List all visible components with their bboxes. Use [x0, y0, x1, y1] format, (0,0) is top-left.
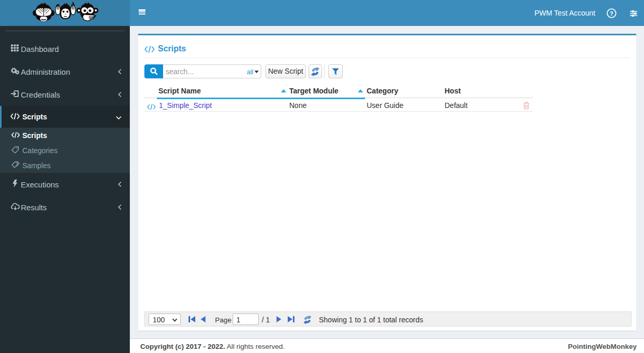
svg-text:?: ?	[610, 10, 613, 17]
